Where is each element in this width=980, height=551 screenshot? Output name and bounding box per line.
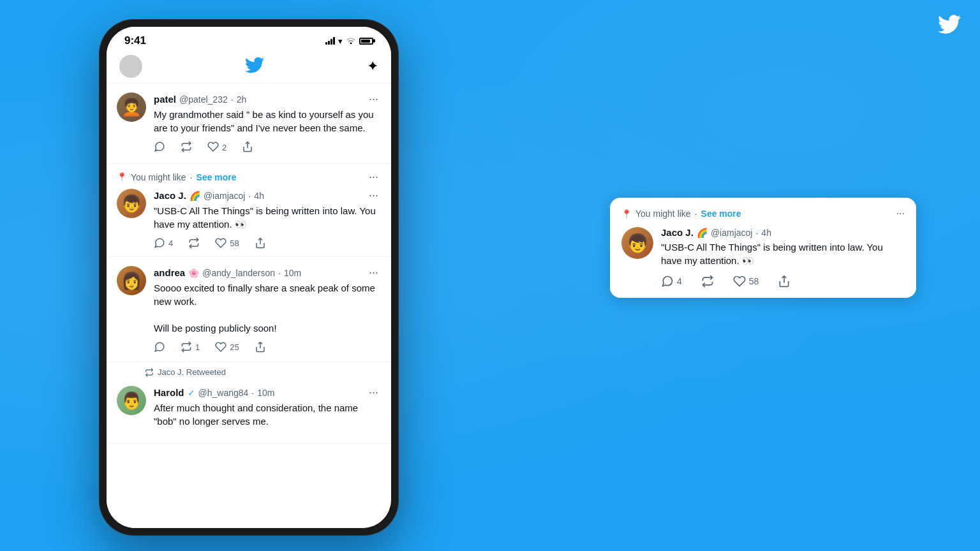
reply-count-jaco: 4 bbox=[168, 239, 173, 248]
floating-pin-icon: 📍 bbox=[621, 209, 632, 219]
floating-share-button[interactable] bbox=[778, 275, 791, 288]
tweet-jaco-sep: · bbox=[248, 191, 251, 201]
tweet-patel-text: My grandmother said " be as kind to your… bbox=[154, 108, 381, 135]
might-like-section: 📍 You might like · See more ··· 👦 bbox=[107, 164, 391, 257]
avatar-patel[interactable]: 🧑‍🦱 bbox=[117, 92, 146, 122]
tweet-harold: 👨 Harold ✓ @h_wang84 · 10m ··· bbox=[107, 377, 391, 444]
tweet-patel-timestamp: 2h bbox=[237, 94, 247, 105]
tweet-harold-handle: @h_wang84 bbox=[198, 388, 249, 398]
like-count-andrea: 25 bbox=[230, 342, 239, 352]
retweet-button-patel[interactable] bbox=[181, 141, 192, 154]
profile-avatar-header[interactable] bbox=[119, 55, 142, 78]
floating-tweet-handle: @iamjacoj bbox=[711, 228, 753, 238]
tweet-patel-header: patel @patel_232 · 2h ··· bbox=[154, 92, 381, 106]
avatar-andrea[interactable]: 👩 bbox=[117, 266, 146, 295]
tweet-jaco-author: Jaco J. 🌈 @iamjacoj · 4h bbox=[154, 190, 264, 201]
retweet-button-jaco[interactable] bbox=[188, 237, 200, 249]
like-button-jaco[interactable]: 58 bbox=[215, 237, 239, 249]
tweet-patel-more[interactable]: ··· bbox=[366, 92, 381, 106]
tweet-andrea-actions: 1 25 bbox=[154, 341, 381, 353]
tweet-harold-name: Harold bbox=[154, 387, 184, 398]
might-like-dot: · bbox=[190, 172, 193, 182]
sparkle-button[interactable]: ✦ bbox=[367, 58, 378, 75]
like-button-patel[interactable]: 2 bbox=[207, 141, 226, 154]
floating-card: 📍 You might like · See more ··· 👦 Jaco J… bbox=[610, 198, 916, 298]
floating-reply-button[interactable]: 4 bbox=[661, 275, 682, 288]
andrea-emoji: 🌸 bbox=[188, 268, 199, 278]
retweet-label-harold: Jaco J. Retweeted bbox=[107, 362, 391, 377]
pin-icon: 📍 bbox=[117, 172, 127, 182]
tweet-harold-more[interactable]: ··· bbox=[366, 386, 381, 399]
floating-might-like-label: 📍 You might like · See more bbox=[621, 209, 741, 219]
might-like-label: 📍 You might like · See more bbox=[117, 172, 237, 182]
share-button-jaco[interactable] bbox=[255, 237, 266, 249]
tweet-harold-header: Harold ✓ @h_wang84 · 10m ··· bbox=[154, 386, 381, 399]
tweet-jaco-actions: 4 bbox=[154, 237, 381, 249]
like-count-jaco: 58 bbox=[230, 239, 239, 248]
status-icons: ▾ bbox=[325, 36, 373, 46]
signal-bars-icon bbox=[325, 37, 335, 45]
harold-verified-icon: ✓ bbox=[188, 388, 195, 398]
jaco-emoji: 🌈 bbox=[189, 191, 200, 201]
floating-retweet-button[interactable] bbox=[701, 275, 714, 288]
reply-button-jaco[interactable]: 4 bbox=[154, 237, 173, 249]
tweet-jaco-recommended: 👦 Jaco J. 🌈 @iamjacoj · 4h bbox=[117, 189, 381, 256]
floating-tweet-name: Jaco J. bbox=[661, 227, 694, 238]
phone-screen: 9:41 ▾ bbox=[107, 27, 391, 528]
tweet-patel: 🧑‍🦱 patel @patel_232 · 2h ··· bbox=[107, 84, 391, 164]
might-like-header: 📍 You might like · See more ··· bbox=[117, 170, 381, 184]
tweet-andrea-sep: · bbox=[278, 268, 281, 278]
like-button-andrea[interactable]: 25 bbox=[215, 341, 239, 353]
tweet-harold-author: Harold ✓ @h_wang84 · 10m bbox=[154, 387, 274, 398]
tweet-harold-text: After much thought and consideration, th… bbox=[154, 401, 381, 428]
tweet-harold-sep: · bbox=[251, 388, 254, 398]
share-button-andrea[interactable] bbox=[255, 341, 266, 353]
floating-see-more-button[interactable]: See more bbox=[701, 209, 741, 219]
tweet-patel-actions: 2 bbox=[154, 141, 381, 154]
tweet-andrea-text: Soooo excited to finally share a sneak p… bbox=[154, 281, 381, 335]
wifi-symbol bbox=[346, 36, 356, 46]
like-count-patel: 2 bbox=[222, 143, 226, 152]
tweet-andrea-author: andrea 🌸 @andy_landerson · 10m bbox=[154, 267, 301, 278]
tweet-jaco-time: 4h bbox=[254, 191, 264, 201]
share-button-patel[interactable] bbox=[242, 141, 253, 154]
floating-dot: · bbox=[695, 209, 697, 219]
avatar-harold[interactable]: 👨 bbox=[117, 386, 146, 415]
floating-tweet-emoji: 🌈 bbox=[697, 228, 708, 238]
reply-button-patel[interactable] bbox=[154, 141, 165, 154]
floating-like-button[interactable]: 58 bbox=[733, 275, 759, 288]
phone-frame: 9:41 ▾ bbox=[99, 19, 399, 536]
reply-button-andrea[interactable] bbox=[154, 341, 165, 353]
retweet-icon bbox=[181, 141, 192, 154]
might-like-more[interactable]: ··· bbox=[366, 170, 381, 184]
tweet-andrea-more[interactable]: ··· bbox=[366, 266, 381, 279]
floating-card-more[interactable]: ··· bbox=[896, 208, 905, 219]
share-icon bbox=[242, 141, 253, 154]
floating-might-like-text: You might like bbox=[635, 209, 691, 219]
tweet-harold-content: Harold ✓ @h_wang84 · 10m ··· After much … bbox=[154, 386, 381, 434]
floating-avatar-jaco[interactable]: 👦 bbox=[621, 227, 653, 259]
retweet-label-text: Jaco J. Retweeted bbox=[158, 367, 226, 377]
floating-tweet-text: "USB-C All The Things" is being written … bbox=[661, 240, 905, 267]
floating-like-count: 58 bbox=[749, 276, 759, 286]
status-time: 9:41 bbox=[124, 34, 146, 47]
tweet-andrea-handle: @andy_landerson bbox=[202, 268, 275, 278]
floating-tweet-row: 👦 Jaco J. 🌈 @iamjacoj · 4h "USB-C All Th… bbox=[621, 227, 905, 288]
floating-card-header: 📍 You might like · See more ··· bbox=[621, 208, 905, 219]
retweet-button-andrea[interactable]: 1 bbox=[181, 341, 200, 353]
avatar-jaco[interactable]: 👦 bbox=[117, 189, 146, 218]
floating-tweet-time: 4h bbox=[761, 228, 771, 238]
tweet-patel-name: patel bbox=[154, 94, 176, 105]
tweet-jaco-more[interactable]: ··· bbox=[366, 189, 381, 202]
tweet-patel-author: patel @patel_232 · 2h bbox=[154, 94, 246, 105]
twitter-logo-global bbox=[938, 13, 961, 38]
wifi-icon: ▾ bbox=[338, 36, 343, 46]
see-more-button[interactable]: See more bbox=[197, 172, 237, 182]
floating-tweet-body: Jaco J. 🌈 @iamjacoj · 4h "USB-C All The … bbox=[661, 227, 905, 288]
floating-tweet-sep: · bbox=[755, 228, 758, 238]
tweet-andrea-content: andrea 🌸 @andy_landerson · 10m ··· Soooo… bbox=[154, 266, 381, 353]
tweet-jaco-handle: @iamjacoj bbox=[204, 191, 246, 201]
tweet-patel-handle: @patel_232 bbox=[179, 94, 228, 105]
battery-icon bbox=[359, 38, 373, 45]
like-icon bbox=[207, 141, 219, 154]
